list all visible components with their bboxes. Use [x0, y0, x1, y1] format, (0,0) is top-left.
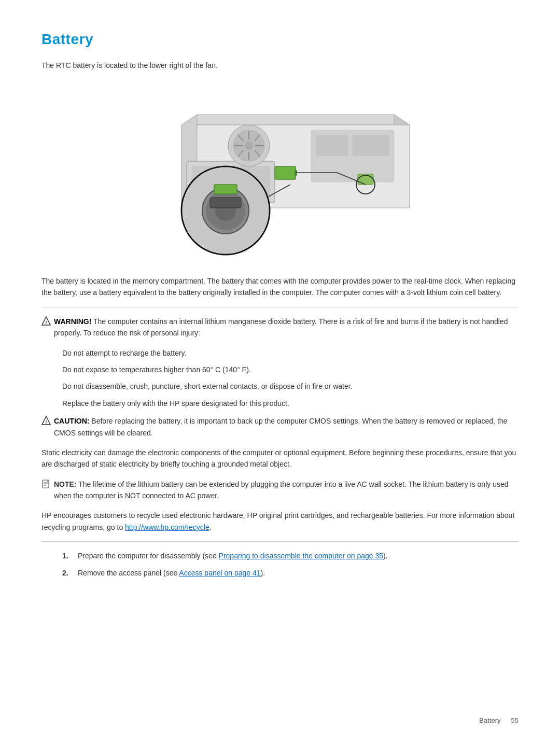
warning-block: ! WARNING! The computer contains an inte… — [41, 316, 519, 339]
caution-block: ! CAUTION: Before replacing the battery,… — [41, 415, 519, 439]
svg-rect-16 — [275, 166, 296, 179]
svg-rect-14 — [316, 135, 347, 156]
step-2: 2. Remove the access panel (see Access p… — [62, 567, 519, 579]
note-content: NOTE: The lifetime of the lithium batter… — [54, 479, 519, 502]
divider-2 — [41, 541, 519, 542]
divider-1 — [41, 307, 519, 307]
note-body: The lifetime of the lithium battery can … — [54, 480, 509, 500]
step-2-before: Remove the access panel (see — [78, 569, 179, 577]
svg-point-4 — [245, 142, 253, 150]
diagram-container — [41, 83, 519, 260]
caution-label: CAUTION: — [54, 417, 89, 425]
step-1-link[interactable]: Preparing to disassemble the computer on… — [219, 552, 384, 560]
step-1: 1. Prepare the computer for disassembly … — [62, 550, 519, 561]
svg-rect-29 — [214, 185, 237, 194]
footer-page-number: 55 — [511, 716, 519, 724]
battery-diagram — [130, 83, 430, 260]
caution-triangle-icon: ! — [41, 416, 51, 427]
warning-item-2: Do not expose to temperatures higher tha… — [62, 364, 519, 375]
svg-text:!: ! — [46, 319, 47, 325]
step-1-number: 1. — [62, 550, 73, 561]
caution-text: CAUTION: Before replacing the battery, i… — [54, 415, 519, 439]
recycle-link[interactable]: http://www.hp.com/recycle — [125, 523, 209, 531]
page-footer: Battery 55 — [479, 716, 519, 724]
numbered-steps: 1. Prepare the computer for disassembly … — [62, 550, 519, 579]
recycle-paragraph: HP encourages customers to recycle used … — [41, 510, 519, 533]
caution-body: Before replacing the battery, it is impo… — [54, 417, 507, 437]
footer-section-label: Battery — [479, 716, 500, 724]
step-1-before: Prepare the computer for disassembly (se… — [78, 552, 219, 560]
warning-description: The computer contains an internal lithiu… — [54, 317, 508, 337]
warning-item-1: Do not attempt to recharge the battery. — [62, 347, 519, 359]
warning-item-3: Do not disassemble, crush, puncture, sho… — [62, 381, 519, 392]
note-doc-icon — [41, 480, 51, 490]
svg-rect-15 — [353, 135, 389, 156]
note-block: NOTE: The lifetime of the lithium batter… — [41, 479, 519, 502]
step-2-text: Remove the access panel (see Access pane… — [78, 567, 265, 579]
step-2-after: ). — [261, 569, 265, 577]
step-1-text: Prepare the computer for disassembly (se… — [78, 550, 388, 561]
recycle-text-before: HP encourages customers to recycle used … — [41, 511, 514, 531]
warning-item-4: Replace the battery only with the HP spa… — [62, 398, 519, 409]
recycle-text-after: . — [209, 523, 212, 531]
warning-items: Do not attempt to recharge the battery. … — [62, 347, 519, 410]
intro-text: The RTC battery is located to the lower … — [41, 60, 519, 71]
static-paragraph: Static electricity can damage the electr… — [41, 447, 519, 470]
svg-text:!: ! — [46, 419, 47, 425]
body-paragraph: The battery is located in the memory com… — [41, 275, 519, 299]
warning-label: WARNING! — [54, 317, 91, 326]
svg-rect-28 — [210, 198, 241, 208]
step-1-after: ). — [383, 552, 388, 560]
warning-triangle-icon: ! — [41, 316, 51, 327]
page-container: Battery The RTC battery is located to th… — [0, 0, 560, 628]
note-label: NOTE: — [54, 480, 77, 488]
page-title: Battery — [41, 31, 519, 48]
step-2-link[interactable]: Access panel on page 41 — [179, 569, 260, 577]
step-2-number: 2. — [62, 567, 73, 579]
warning-text: WARNING! The computer contains an intern… — [54, 316, 519, 339]
